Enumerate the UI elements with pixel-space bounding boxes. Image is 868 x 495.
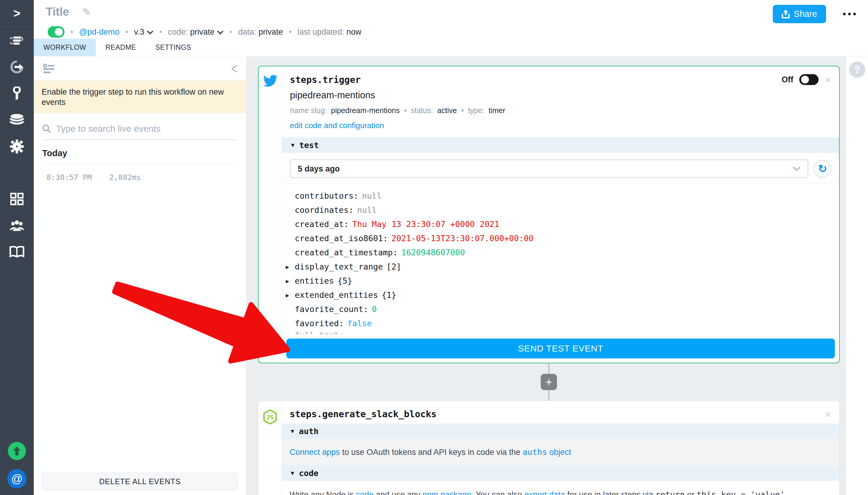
event-source-arrow-icon (10, 60, 24, 74)
workflow-meta-row: • @pd-demo • v.3 • code: private • data:… (34, 18, 868, 38)
collapse-panel-icon[interactable]: < (231, 60, 237, 77)
key-icon (11, 86, 23, 100)
workflow-canvas: steps.trigger Off × pipedream-mentions n… (246, 57, 846, 495)
sidebar-item-api-keys[interactable] (0, 80, 34, 107)
expand-node-icon[interactable]: ▶ (286, 292, 295, 298)
edit-title-pencil-icon[interactable]: ✎ (82, 6, 91, 18)
close-step-icon[interactable]: × (825, 409, 831, 419)
code-description: Write any Node.js code and use any npm p… (282, 481, 839, 495)
help-rail: ? (846, 57, 868, 495)
json-row-expandable[interactable]: ▶extended_entities{1} (286, 288, 831, 302)
triangle-down-icon: ▼ (290, 470, 295, 477)
share-icon (782, 10, 789, 19)
auths-object-link[interactable]: auths (523, 447, 547, 457)
delete-all-events-button[interactable]: DELETE ALL EVENTS (42, 473, 238, 490)
chevron-down-icon (147, 28, 153, 37)
json-row: coordinates:null (286, 203, 831, 217)
triangle-down-icon: ▼ (290, 142, 296, 149)
json-row-expandable[interactable]: ▶display_text_range[2] (286, 259, 831, 274)
app-sidebar: > (0, 0, 34, 495)
sidebar-item-event-sources[interactable] (0, 54, 34, 80)
triangle-down-icon: ▼ (290, 428, 295, 435)
more-menu-button[interactable] (843, 10, 856, 18)
export-data-link[interactable]: export data (524, 490, 565, 495)
search-input[interactable] (56, 124, 238, 134)
data-visibility-label: data: private (238, 28, 283, 37)
arrow-up-icon (13, 446, 21, 456)
auth-description: Connect apps to use OAuth tokens and API… (282, 439, 839, 465)
json-row: created_at:Thu May 13 23:30:07 +0000 202… (286, 217, 831, 231)
code-visibility-dropdown[interactable]: code: private (168, 28, 224, 37)
tab-readme[interactable]: README (96, 39, 145, 56)
refresh-icon: ↻ (818, 163, 827, 175)
people-icon (9, 220, 25, 232)
test-event-json-viewer: contributors:null coordinates:null creat… (282, 184, 839, 336)
edit-code-link[interactable]: edit code and configuration (290, 121, 384, 130)
test-event-select[interactable]: 5 days ago (290, 159, 808, 178)
json-row: created_at_timestamp:1620948607000 (286, 245, 831, 259)
test-section-header[interactable]: ▼ test (282, 137, 839, 153)
trigger-step-card: steps.trigger Off × pipedream-mentions n… (258, 66, 840, 363)
deploy-button[interactable] (8, 442, 26, 460)
step-name: steps.trigger (290, 74, 361, 85)
event-group-label: Today (42, 148, 238, 165)
json-row-expandable[interactable]: ▶entities{5} (286, 274, 831, 288)
json-row: created_at_iso8601:2021-05-13T23:30:07.0… (286, 231, 831, 245)
tab-settings[interactable]: SETTINGS (145, 39, 201, 56)
json-row: contributors:null (286, 189, 831, 203)
sidebar-item-settings[interactable] (0, 133, 34, 160)
sidebar-expand-button[interactable]: > (0, 0, 34, 27)
tab-bar: WORKFLOW README SETTINGS (34, 39, 201, 56)
connect-apps-link[interactable]: Connect apps (290, 448, 340, 457)
auth-section-header[interactable]: ▼ auth (282, 424, 839, 439)
search-icon (42, 124, 51, 133)
code-section-header[interactable]: ▼ code (282, 465, 839, 481)
expand-node-icon[interactable]: ▶ (286, 278, 295, 284)
workspace-link[interactable]: @pd-demo (79, 28, 119, 37)
share-button[interactable]: Share (773, 5, 826, 23)
event-duration: 2,882ms (109, 173, 141, 182)
sidebar-item-community[interactable] (0, 212, 34, 239)
book-icon (9, 246, 24, 258)
trigger-title: pipedream-mentions (290, 90, 831, 101)
expand-node-icon[interactable]: ▶ (286, 263, 295, 270)
workflow-active-toggle[interactable] (48, 26, 65, 38)
nodejs-icon: JS (263, 409, 277, 425)
sidebar-item-data-stores[interactable] (0, 107, 34, 133)
database-icon (10, 114, 24, 126)
workflow-header: Title ✎ Share • @pd-demo • v.3 • code: p… (34, 0, 868, 56)
tab-workflow[interactable]: WORKFLOW (34, 39, 96, 56)
refresh-events-button[interactable]: ↻ (814, 160, 831, 177)
code-step-card: JS steps.generate_slack_blocks × ▼ auth … (258, 400, 840, 495)
json-row-clipped: full_text:… (286, 330, 831, 334)
sidebar-item-docs[interactable] (0, 239, 34, 265)
close-step-icon[interactable]: × (824, 74, 831, 85)
chevron-down-icon (793, 166, 800, 171)
trigger-on-off-toggle[interactable] (799, 74, 819, 85)
at-icon: @ (11, 472, 23, 485)
sidebar-item-apps[interactable] (0, 186, 34, 212)
code-docs-link[interactable]: code (356, 490, 374, 495)
trigger-meta: name slug:pipedream-mentions • status:ac… (290, 106, 831, 115)
apps-grid-icon (10, 192, 23, 206)
gear-icon (10, 140, 24, 153)
svg-text:JS: JS (266, 414, 273, 421)
account-avatar[interactable]: @ (7, 469, 27, 488)
send-test-event-button[interactable]: SEND TEST EVENT (286, 339, 835, 358)
last-updated-label: last updated: now (297, 28, 361, 37)
event-search (42, 124, 238, 140)
help-button[interactable]: ? (849, 62, 865, 78)
version-dropdown[interactable]: v.3 (134, 28, 153, 37)
twitter-icon (263, 75, 278, 87)
event-list-item[interactable]: 8:30:57 PM 2,882ms (34, 173, 246, 182)
add-step-button[interactable]: + (541, 374, 557, 390)
event-time: 8:30:57 PM (47, 173, 92, 182)
event-filter-icon[interactable] (43, 64, 55, 74)
chevron-right-icon: > (13, 7, 20, 20)
events-panel: < Enable the trigger step to run this wo… (34, 57, 246, 495)
npm-package-link[interactable]: npm package (422, 490, 471, 495)
auths-object-link[interactable]: object (547, 448, 571, 457)
sidebar-item-workflows[interactable] (0, 27, 34, 54)
workflow-title[interactable]: Title (46, 5, 69, 18)
chevron-down-icon (217, 28, 224, 37)
